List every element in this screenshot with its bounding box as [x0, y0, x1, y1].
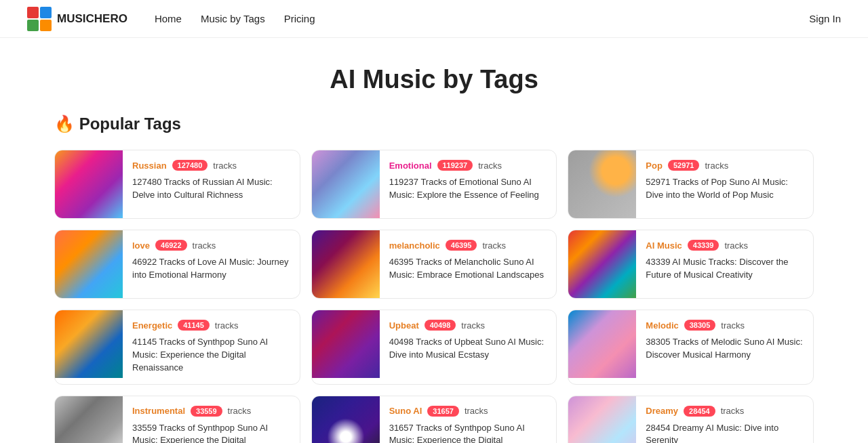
tag-body-instrumental: Instrumental 33559 tracks 33559 Tracks o… — [123, 396, 300, 443]
tag-image-instrumental — [55, 396, 123, 443]
tag-card-emotional[interactable]: Emotional 119237 tracks 119237 Tracks of… — [311, 150, 557, 219]
tag-body-dreamy: Dreamy 28454 tracks 28454 Dreamy AI Musi… — [636, 396, 813, 443]
tag-meta-sunoai: Suno AI 31657 tracks — [389, 406, 547, 417]
tag-body-pop: Pop 52971 tracks 52971 Tracks of Pop Sun… — [636, 150, 813, 218]
tag-meta-melodic: Melodic 38305 tracks — [646, 320, 804, 331]
tag-label-sunoai: Suno AI — [389, 406, 422, 416]
tag-tracks-label-melancholic: tracks — [482, 240, 506, 251]
tag-card-aimusic[interactable]: AI Music 43339 tracks 43339 AI Music Tra… — [568, 230, 814, 299]
nav-pricing[interactable]: Pricing — [284, 13, 315, 24]
tag-body-melancholic: melancholic 46395 tracks 46395 Tracks of… — [380, 230, 557, 298]
tag-image-melodic — [568, 310, 636, 378]
tag-tracks-label-emotional: tracks — [478, 161, 502, 171]
tag-desc-melodic: 38305 Tracks of Melodic Suno AI Music: D… — [646, 336, 804, 362]
tag-image-energetic — [55, 310, 123, 378]
tag-tracks-label-instrumental: tracks — [228, 406, 252, 416]
signin-button[interactable]: Sign In — [809, 13, 841, 24]
tag-label-melodic: Melodic — [646, 320, 678, 331]
tag-meta-aimusic: AI Music 43339 tracks — [646, 240, 804, 251]
tag-meta-russian: Russian 127480 tracks — [132, 160, 290, 171]
tag-label-love: love — [132, 240, 150, 251]
tag-body-energetic: Energetic 41145 tracks 41145 Tracks of S… — [123, 310, 300, 384]
tag-body-sunoai: Suno AI 31657 tracks 31657 Tracks of Syn… — [380, 396, 557, 443]
nav-music-by-tags[interactable]: Music by Tags — [201, 13, 265, 24]
tag-desc-love: 46922 Tracks of Love AI Music: Journey i… — [132, 256, 290, 282]
tag-image-love — [55, 230, 123, 298]
tag-badge-melodic: 38305 — [684, 320, 716, 331]
tag-badge-instrumental: 33559 — [191, 406, 222, 417]
tag-desc-melancholic: 46395 Tracks of Melancholic Suno AI Musi… — [389, 256, 547, 282]
tag-badge-dreamy: 28454 — [684, 406, 715, 417]
tag-desc-upbeat: 40498 Tracks of Upbeat Suno AI Music: Di… — [389, 336, 547, 362]
tag-desc-pop: 52971 Tracks of Pop Suno AI Music: Dive … — [646, 176, 804, 202]
tag-body-russian: Russian 127480 tracks 127480 Tracks of R… — [123, 150, 300, 218]
tag-tracks-label-pop: tracks — [705, 161, 728, 171]
tag-body-love: love 46922 tracks 46922 Tracks of Love A… — [123, 230, 300, 298]
tag-meta-instrumental: Instrumental 33559 tracks — [132, 406, 290, 417]
tag-tracks-label-energetic: tracks — [215, 320, 239, 331]
tag-image-melancholic — [312, 230, 380, 298]
tag-card-energetic[interactable]: Energetic 41145 tracks 41145 Tracks of S… — [54, 310, 300, 385]
tag-tracks-label-russian: tracks — [213, 161, 237, 171]
tag-label-melancholic: melancholic — [389, 240, 440, 251]
tag-image-russian — [55, 150, 123, 218]
tag-card-instrumental[interactable]: Instrumental 33559 tracks 33559 Tracks o… — [54, 396, 300, 443]
tag-badge-aimusic: 43339 — [688, 240, 719, 251]
logo-icon — [27, 7, 52, 31]
tag-badge-melancholic: 46395 — [446, 240, 477, 251]
tag-body-upbeat: Upbeat 40498 tracks 40498 Tracks of Upbe… — [380, 310, 557, 384]
tag-label-instrumental: Instrumental — [132, 406, 185, 416]
tag-card-russian[interactable]: Russian 127480 tracks 127480 Tracks of R… — [54, 150, 300, 219]
nav-links: Home Music by Tags Pricing — [155, 13, 809, 24]
navbar: MUSICHERO Home Music by Tags Pricing Sig… — [0, 0, 868, 38]
tag-desc-instrumental: 33559 Tracks of Synthpop Suno AI Music: … — [132, 422, 290, 443]
tag-tracks-label-upbeat: tracks — [461, 320, 485, 331]
tag-meta-love: love 46922 tracks — [132, 240, 290, 251]
tag-desc-emotional: 119237 Tracks of Emotional Suno AI Music… — [389, 176, 547, 202]
tag-card-melancholic[interactable]: melancholic 46395 tracks 46395 Tracks of… — [311, 230, 557, 299]
tag-label-emotional: Emotional — [389, 161, 432, 171]
tag-badge-russian: 127480 — [172, 160, 208, 171]
tag-badge-upbeat: 40498 — [425, 320, 456, 331]
logo-text: MUSICHERO — [57, 12, 127, 26]
tag-desc-sunoai: 31657 Tracks of Synthpop Suno AI Music: … — [389, 422, 547, 443]
tag-card-love[interactable]: love 46922 tracks 46922 Tracks of Love A… — [54, 230, 300, 299]
tag-meta-pop: Pop 52971 tracks — [646, 160, 804, 171]
tag-label-energetic: Energetic — [132, 320, 172, 331]
page-title: AI Music by Tags — [54, 65, 814, 94]
tag-badge-love: 46922 — [155, 240, 187, 251]
tag-card-upbeat[interactable]: Upbeat 40498 tracks 40498 Tracks of Upbe… — [311, 310, 557, 385]
tag-badge-pop: 52971 — [668, 160, 700, 171]
tag-meta-melancholic: melancholic 46395 tracks — [389, 240, 547, 251]
tag-badge-emotional: 119237 — [437, 160, 473, 171]
tag-desc-aimusic: 43339 AI Music Tracks: Discover the Futu… — [646, 256, 804, 282]
logo[interactable]: MUSICHERO — [27, 7, 127, 31]
tag-image-pop — [568, 150, 636, 218]
tag-tracks-label-melodic: tracks — [721, 320, 745, 331]
tag-tracks-label-love: tracks — [193, 240, 216, 251]
tag-body-emotional: Emotional 119237 tracks 119237 Tracks of… — [380, 150, 557, 218]
tag-badge-energetic: 41145 — [178, 320, 210, 331]
tag-badge-sunoai: 31657 — [427, 406, 459, 417]
tag-desc-energetic: 41145 Tracks of Synthpop Suno AI Music: … — [132, 336, 290, 375]
tag-image-emotional — [312, 150, 380, 218]
tag-card-pop[interactable]: Pop 52971 tracks 52971 Tracks of Pop Sun… — [568, 150, 814, 219]
nav-home[interactable]: Home — [155, 13, 182, 24]
tag-label-dreamy: Dreamy — [646, 406, 678, 416]
tag-desc-russian: 127480 Tracks of Russian AI Music: Delve… — [132, 176, 290, 202]
tag-label-upbeat: Upbeat — [389, 320, 419, 331]
tag-image-aimusic — [568, 230, 636, 298]
tag-meta-emotional: Emotional 119237 tracks — [389, 160, 547, 171]
tag-tracks-label-aimusic: tracks — [724, 240, 748, 251]
tag-tracks-label-sunoai: tracks — [465, 406, 488, 416]
tag-card-dreamy[interactable]: Dreamy 28454 tracks 28454 Dreamy AI Musi… — [568, 396, 814, 443]
tag-card-sunoai[interactable]: Suno AI 31657 tracks 31657 Tracks of Syn… — [311, 396, 557, 443]
tag-card-melodic[interactable]: Melodic 38305 tracks 38305 Tracks of Mel… — [568, 310, 814, 385]
tag-body-melodic: Melodic 38305 tracks 38305 Tracks of Mel… — [636, 310, 813, 384]
tag-meta-energetic: Energetic 41145 tracks — [132, 320, 290, 331]
main-content: AI Music by Tags 🔥 Popular Tags Russian … — [41, 65, 827, 443]
tag-tracks-label-dreamy: tracks — [721, 406, 745, 416]
tag-label-aimusic: AI Music — [646, 240, 682, 251]
tag-image-sunoai — [312, 396, 380, 443]
tag-label-russian: Russian — [132, 161, 167, 171]
